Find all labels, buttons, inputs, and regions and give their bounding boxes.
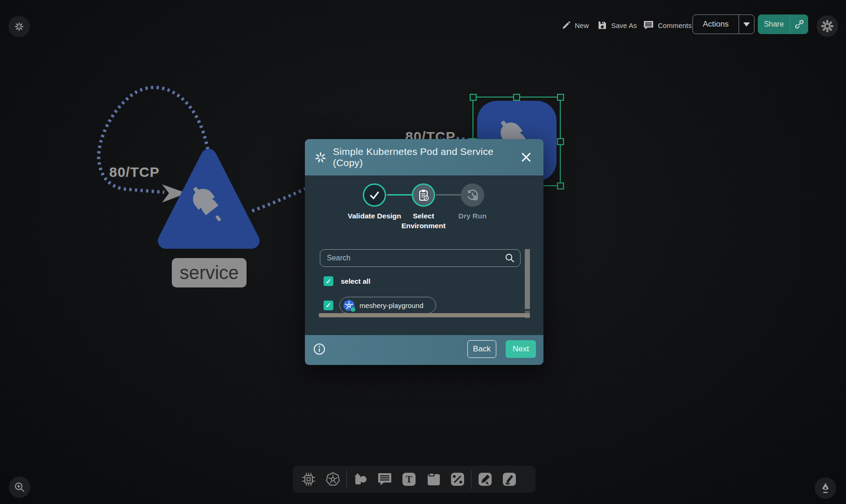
next-button[interactable]: Next [506,340,536,358]
environment-search [320,249,521,267]
close-icon[interactable] [518,149,534,165]
service-node-label: service [172,258,247,287]
step-select-environment [412,183,435,207]
modal-header: Simple Kubernetes Pod and Service (Copy) [305,139,543,175]
step-connector [436,194,461,196]
info-icon[interactable] [313,343,325,357]
rectangle-tool-icon[interactable] [421,469,445,490]
kubernetes-tool-icon[interactable] [321,469,345,490]
meshery-app: 80/TCP 80/TCP service New Save As [0,0,846,504]
canvas-toolbar: T [293,466,536,493]
select-all-row: ✓ select all [324,276,370,286]
step-validate-design [363,183,386,207]
environment-name: meshery-playground [360,301,423,309]
connection-status-dot [350,307,356,312]
step-connector [387,194,412,196]
kubernetes-icon [343,299,355,312]
component-library-icon[interactable] [296,469,321,490]
deploy-modal: Simple Kubernetes Pod and Service (Copy) [305,139,543,365]
step-dry-run [461,183,484,207]
history-gear-icon [466,189,479,201]
toolbar-divider [471,469,472,489]
back-button[interactable]: Back [467,340,496,358]
check-icon [369,189,380,201]
service-node[interactable] [166,157,252,241]
sketch-tool-icon[interactable] [497,469,522,490]
meshery-logo-icon [314,151,327,164]
step-label-dry-run: Dry Run [444,211,501,221]
comment-tool-icon[interactable] [373,469,397,490]
select-all-checkbox[interactable]: ✓ [324,276,333,286]
pen-tool-icon[interactable] [473,469,497,490]
scrollbar-thumb[interactable] [525,249,530,309]
select-all-label: select all [341,277,370,285]
vertical-scrollbar[interactable] [525,248,530,318]
search-icon[interactable] [505,253,515,265]
environment-checkbox[interactable]: ✓ [324,301,333,310]
svg-text:T: T [406,474,412,484]
modal-footer: Back Next [305,335,543,365]
horizontal-scrollbar[interactable] [319,313,530,317]
step-label-validate-design: Validate Design [346,211,402,221]
search-input[interactable] [320,249,521,267]
edge-port-label: 80/TCP [109,164,160,180]
environment-chip[interactable]: meshery-playground [339,297,436,314]
modal-body: Validate Design Select Environment Dry R… [305,175,543,335]
clipboard-gear-icon [417,189,430,201]
environment-row: ✓ meshe [324,297,436,314]
connection-tool-icon[interactable] [445,469,470,490]
text-tool-icon[interactable]: T [397,469,421,490]
shapes-tool-icon[interactable] [348,469,373,490]
toolbar-divider [346,469,347,489]
step-label-select-environment: Select Environment [395,211,451,231]
modal-title: Simple Kubernetes Pod and Service (Copy) [333,146,518,168]
